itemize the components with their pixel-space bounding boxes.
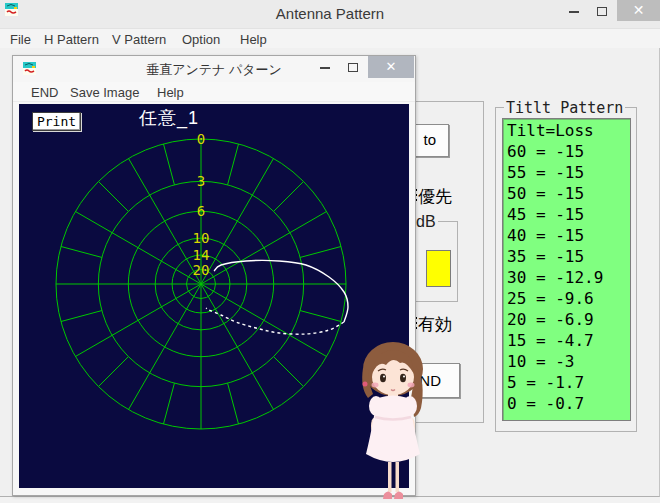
tilt-list-entry[interactable]: 35 = -15 <box>507 246 630 267</box>
tilt-list-entry[interactable]: 30 = -12.9 <box>507 267 630 288</box>
enabled-label: 有効 <box>418 313 452 336</box>
child-menubar: END Save Image Help <box>13 82 415 102</box>
tilt-list-entry[interactable]: 40 = -15 <box>507 225 630 246</box>
menu-help[interactable]: Help <box>240 32 267 47</box>
child-menu-save-image[interactable]: Save Image <box>70 85 139 100</box>
tilt-list-entry[interactable]: 55 = -15 <box>507 162 630 183</box>
print-button[interactable]: Print <box>32 112 81 131</box>
tilt-pattern-groupbox: Titlt Pattern Tilt=Loss60 = -1555 = -155… <box>495 107 637 432</box>
child-menu-end[interactable]: END <box>31 85 58 100</box>
main-window-title: Antenna Pattern <box>0 5 660 22</box>
priority-label: 優先 <box>418 185 452 208</box>
db-group-label: dB <box>414 213 438 231</box>
tilt-list-entry[interactable]: 5 = -1.7 <box>507 372 630 393</box>
tilt-list-entry[interactable]: 50 = -15 <box>507 183 630 204</box>
tilt-list-entry[interactable]: Tilt=Loss <box>507 120 630 141</box>
tilt-list-entry[interactable]: 15 = -4.7 <box>507 330 630 351</box>
plot-title: 任意_1 <box>139 106 199 130</box>
child-titlebar: 垂直アンテナ パターン ✕ <box>13 56 415 82</box>
tilt-list-entry[interactable]: 0 = -0.7 <box>507 393 630 414</box>
tilt-list-entry[interactable]: 20 = -6.9 <box>507 309 630 330</box>
close-icon[interactable]: ✕ <box>617 0 660 21</box>
svg-text:20: 20 <box>193 262 210 278</box>
child-close-icon[interactable]: ✕ <box>368 56 414 78</box>
main-window: Antenna Pattern ✕ File H Pattern V Patte… <box>0 0 660 497</box>
tilt-list-entry[interactable]: 60 = -15 <box>507 141 630 162</box>
main-menubar: File H Pattern V Pattern Option Help <box>0 28 660 48</box>
menu-option[interactable]: Option <box>182 32 220 47</box>
child-minimize-icon[interactable] <box>313 56 337 78</box>
menu-v-pattern[interactable]: V Pattern <box>112 32 166 47</box>
tilt-pattern-title: Titlt Pattern <box>504 99 625 117</box>
minimize-icon[interactable] <box>562 0 586 21</box>
tilt-list-entry[interactable]: 10 = -3 <box>507 351 630 372</box>
tilt-list-entry[interactable]: 45 = -15 <box>507 204 630 225</box>
auto-button-label: to <box>423 131 436 148</box>
child-menu-help[interactable]: Help <box>157 85 184 100</box>
tilt-loss-listbox[interactable]: Tilt=Loss60 = -1555 = -1550 = -1545 = -1… <box>502 118 631 421</box>
color-swatch[interactable] <box>426 250 451 287</box>
mascot-character-image <box>356 338 430 502</box>
tilt-list-entry[interactable]: 25 = -9.6 <box>507 288 630 309</box>
menu-file[interactable]: File <box>10 32 31 47</box>
polar-plot-svg: 036101420 <box>19 104 409 488</box>
svg-text:0: 0 <box>197 131 205 147</box>
child-maximize-icon[interactable] <box>341 56 365 78</box>
polar-plot-area: 036101420 Print 任意_1 <box>19 104 409 488</box>
svg-text:3: 3 <box>197 173 205 189</box>
maximize-icon[interactable] <box>590 0 614 21</box>
svg-text:6: 6 <box>197 203 205 219</box>
svg-text:10: 10 <box>193 230 210 246</box>
main-titlebar: Antenna Pattern ✕ <box>0 0 660 28</box>
menu-h-pattern[interactable]: H Pattern <box>44 32 99 47</box>
